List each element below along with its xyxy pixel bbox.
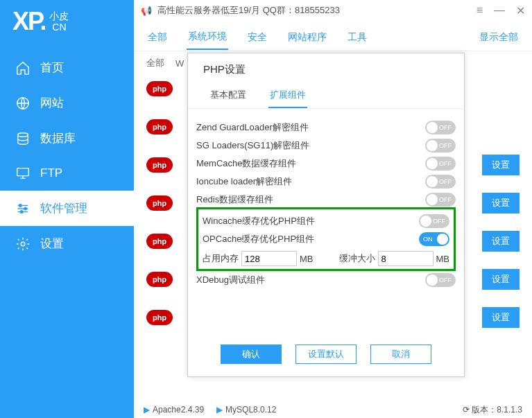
setting-redis: Redis数据缓存组件OFF (196, 191, 456, 209)
svg-point-6 (21, 242, 25, 246)
cache-input[interactable] (378, 251, 434, 266)
toggle[interactable]: OFF (425, 175, 456, 189)
setting-zend-guardloader: Zend GuardLoader解密组件OFF (196, 119, 456, 137)
svg-point-1 (18, 132, 28, 137)
setting-opcache: OPCache缓存优化PHP组件ON (203, 230, 449, 248)
logo-sub: 小皮 CN (49, 10, 69, 33)
modal-title: PHP设置 (188, 53, 464, 83)
cancel-button[interactable]: 取消 (370, 345, 431, 364)
statusbar: ▶Apache2.4.39 ▶MySQL8.0.12 ⟳ 版本：8.1.1.3 (134, 401, 532, 418)
monitor-icon (15, 166, 31, 181)
php-icon: php (146, 81, 173, 96)
highlight-box: Wincache缓存优化PHP组件OFF OPCache缓存优化PHP组件ON … (196, 207, 456, 271)
nav-settings[interactable]: 设置 (0, 226, 134, 261)
opcache-inputs: 占用内存 MB 缓冲大小 MB (203, 251, 449, 266)
nav-label: 网站 (40, 95, 64, 111)
topbar: 📢 高性能云服务器低至19/月 QQ群：818555233 ≡ — ✕ (134, 0, 532, 21)
nav-label: 首页 (40, 60, 64, 76)
logo-main: XP. (12, 7, 45, 36)
php-icon: php (146, 157, 173, 173)
tab-web-programs[interactable]: 网站程序 (286, 26, 328, 49)
main-tabs: 全部 系统环境 安全 网站程序 工具 显示全部 (134, 24, 532, 51)
row-settings-button[interactable]: 设置 (482, 155, 520, 175)
svg-point-3 (19, 204, 22, 207)
nav-home[interactable]: 首页 (0, 50, 134, 85)
setting-memcache: MemCache数据缓存组件OFF (196, 155, 456, 173)
gear-icon (15, 236, 31, 252)
sidebar: XP. 小皮 CN 首页 网站 数据库 FTP 软件管理 设置 (0, 0, 134, 418)
refresh-icon[interactable]: ⟳ (463, 405, 470, 415)
nav-ftp[interactable]: FTP (0, 156, 134, 191)
mem-unit: MB (300, 254, 314, 264)
php-icon: php (146, 195, 173, 211)
php-icon: php (146, 272, 173, 287)
toggle[interactable]: OFF (425, 273, 456, 287)
menu-icon[interactable]: ≡ (477, 4, 483, 17)
version-info: ⟳ 版本：8.1.1.3 (463, 404, 522, 416)
nav-label: 数据库 (40, 130, 76, 146)
toggle[interactable]: OFF (419, 214, 449, 228)
close-icon[interactable]: ✕ (516, 4, 525, 17)
row-settings-button[interactable]: 设置 (482, 193, 520, 214)
home-icon (15, 60, 31, 76)
svg-point-5 (20, 210, 23, 213)
php-icon: php (146, 234, 173, 249)
modal-tabs: 基本配置 扩展组件 (188, 83, 464, 109)
setting-wincache: Wincache缓存优化PHP组件OFF (203, 212, 449, 230)
subtab-w[interactable]: W (175, 58, 184, 69)
toggle[interactable]: ON (419, 232, 449, 246)
nav-label: 软件管理 (40, 200, 87, 216)
tab-tools[interactable]: 工具 (346, 26, 368, 49)
promo-text: 高性能云服务器低至19/月 QQ群：818555233 (157, 4, 340, 17)
play-icon: ▶ (216, 405, 223, 415)
row-settings-button[interactable]: 设置 (482, 231, 520, 252)
modal-tab-extensions[interactable]: 扩展组件 (268, 83, 307, 108)
play-icon: ▶ (144, 405, 150, 415)
toggle[interactable]: OFF (425, 193, 456, 207)
svg-point-4 (24, 207, 27, 210)
database-icon (15, 131, 31, 146)
setting-xdebug: XDebug调试组件OFF (196, 271, 456, 289)
speaker-icon: 📢 (141, 6, 152, 16)
tab-show-all[interactable]: 显示全部 (478, 26, 520, 49)
php-icon: php (146, 310, 173, 325)
tab-all[interactable]: 全部 (146, 26, 169, 49)
logo: XP. 小皮 CN (0, 0, 134, 50)
confirm-button[interactable]: 确认 (221, 345, 282, 364)
modal-footer: 确认 设置默认 取消 (188, 335, 464, 376)
cache-label: 缓冲大小 (339, 252, 375, 265)
nav-software[interactable]: 软件管理 (0, 191, 134, 226)
subtab-all[interactable]: 全部 (146, 57, 164, 69)
memory-input[interactable] (241, 251, 297, 266)
mysql-status: ▶MySQL8.0.12 (216, 405, 276, 415)
row-settings-button[interactable]: 设置 (482, 269, 520, 290)
apache-status: ▶Apache2.4.39 (144, 405, 204, 415)
nav-website[interactable]: 网站 (0, 85, 134, 121)
minimize-icon[interactable]: — (494, 4, 505, 17)
cache-unit: MB (436, 254, 450, 264)
nav-database[interactable]: 数据库 (0, 121, 134, 156)
window-controls: ≡ — ✕ (477, 4, 525, 17)
modal-tab-basic[interactable]: 基本配置 (209, 83, 248, 108)
nav-label: FTP (40, 166, 62, 180)
php-icon: php (146, 119, 173, 134)
tab-security[interactable]: 安全 (246, 26, 268, 49)
toggle[interactable]: OFF (425, 157, 456, 171)
php-settings-modal: PHP设置 基本配置 扩展组件 Zend GuardLoader解密组件OFF … (187, 53, 465, 377)
nav-label: 设置 (40, 236, 64, 252)
modal-body: Zend GuardLoader解密组件OFF SG Loaders(SG11)… (188, 109, 464, 335)
toggle[interactable]: OFF (425, 139, 456, 153)
setting-sg-loaders: SG Loaders(SG11)解密组件OFF (196, 137, 456, 155)
sliders-icon (15, 201, 31, 216)
setting-ioncube: Ioncube loader解密组件OFF (196, 173, 456, 191)
set-default-button[interactable]: 设置默认 (295, 345, 357, 364)
globe-icon (15, 96, 31, 111)
row-settings-button[interactable]: 设置 (482, 307, 520, 328)
toggle[interactable]: OFF (425, 121, 456, 134)
tab-system-env[interactable]: 系统环境 (187, 25, 228, 50)
svg-rect-2 (17, 168, 29, 176)
mem-label: 占用内存 (203, 252, 239, 265)
